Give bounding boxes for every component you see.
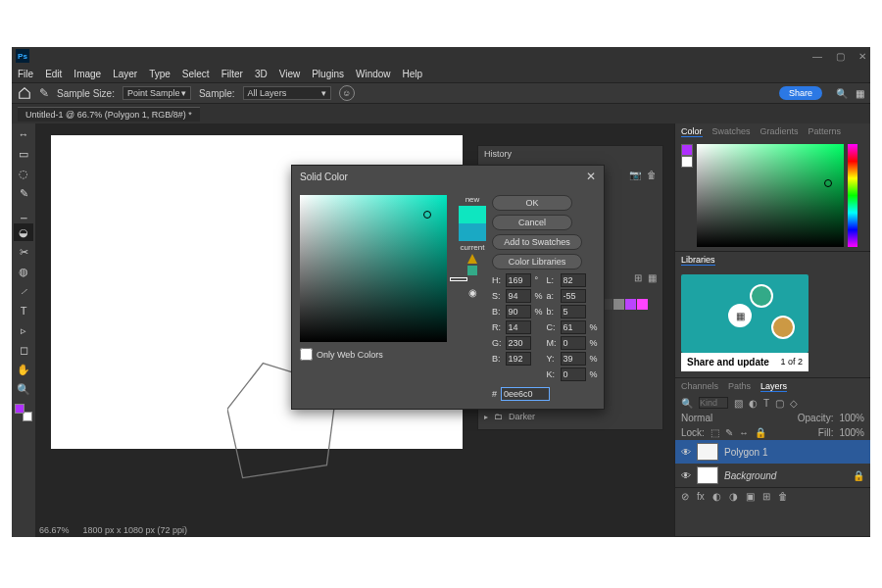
hue-slider[interactable] [848,144,858,247]
a-input[interactable] [561,289,586,303]
r-input[interactable] [506,320,531,334]
fx-icon[interactable]: fx [697,491,705,502]
adjust-icon[interactable]: ◑ [729,491,738,502]
tool-type[interactable]: T [14,302,33,319]
hex-input[interactable] [501,387,550,401]
close-button[interactable]: ✕ [858,51,866,62]
lock-icon[interactable]: 🔒 [755,427,766,438]
lock-all-icon[interactable]: ⬚ [710,427,719,438]
tool-zoom[interactable]: 🔍 [14,380,33,398]
filter-shape-icon[interactable]: ▢ [775,398,784,409]
color-picker-icon[interactable]: ▦ [648,272,657,283]
filter-type-icon[interactable]: T [763,398,769,409]
swatch[interactable] [613,299,624,310]
tool-hand[interactable]: ✋ [14,361,33,378]
new-swatch-icon[interactable]: ⊞ [634,272,642,283]
layer-filter-search[interactable]: 🔍 [681,398,693,409]
ok-button[interactable]: OK [492,195,572,211]
add-swatch-button[interactable]: Add to Swatches [492,234,582,250]
swatch-folder[interactable]: ▸🗀Darker [484,410,657,423]
tool-gradient[interactable]: ⟋ [14,282,33,300]
menu-plugins[interactable]: Plugins [312,69,344,79]
fill-value[interactable]: 100% [839,427,864,438]
maximize-button[interactable]: ▢ [836,51,845,62]
bv-input[interactable] [506,305,531,318]
tool-wand[interactable]: ✎ [14,184,33,202]
tool-shape[interactable]: ◻ [14,341,33,359]
home-icon[interactable] [18,86,31,100]
library-preview[interactable]: ▦ [681,274,808,353]
only-web-colors-checkbox[interactable] [300,348,313,361]
tab-paths[interactable]: Paths [728,381,751,392]
layer-filter-kind[interactable] [699,397,728,409]
history-tab[interactable]: History [478,146,662,162]
filter-smart-icon[interactable]: ◇ [790,398,798,409]
new-current-swatch[interactable] [459,206,486,241]
tab-gradients[interactable]: Gradients [760,126,799,137]
tab-color[interactable]: Color [681,126,703,137]
create-snapshot-icon[interactable]: 📷 [629,170,641,180]
new-layer-icon[interactable]: ⊞ [762,491,770,502]
gamut-warning-icon[interactable] [467,254,477,264]
layer-row[interactable]: 👁 Polygon 1 [675,440,870,464]
sample-dropdown[interactable]: All Layers▾ [243,86,331,100]
menu-file[interactable]: File [18,69,33,79]
share-button[interactable]: Share [779,86,822,100]
tab-patterns[interactable]: Patterns [808,126,842,137]
cancel-button[interactable]: Cancel [492,215,572,230]
sample-size-dropdown[interactable]: Point Sample▾ [122,86,191,100]
menu-image[interactable]: Image [74,69,101,79]
s-input[interactable] [506,289,531,303]
color-libraries-button[interactable]: Color Libraries [492,254,582,270]
h-input[interactable] [506,273,531,287]
tool-eyedropper[interactable]: ◒ [14,223,33,241]
lock-position-icon[interactable]: ↔ [739,427,749,438]
visibility-icon[interactable]: 👁 [681,447,691,458]
eyedropper-icon[interactable]: ✎ [39,86,49,100]
menu-view[interactable]: View [279,69,301,79]
g-input[interactable] [506,336,531,350]
menu-layer[interactable]: Layer [113,69,137,79]
swatch[interactable] [625,299,636,310]
fg-bg-colors[interactable] [15,404,32,421]
link-icon[interactable]: ⊘ [681,491,689,502]
workspace-icon[interactable]: ▦ [856,88,864,99]
blue-input[interactable] [506,352,531,366]
radio-hsb[interactable]: ◉ [468,287,477,298]
color-fg-bg[interactable] [681,144,693,247]
filter-pixel-icon[interactable]: ▧ [734,398,743,409]
k-input[interactable] [561,368,586,381]
color-field[interactable] [697,144,844,247]
group-icon[interactable]: ▣ [746,491,755,502]
menu-help[interactable]: Help [403,69,423,79]
filter-adjust-icon[interactable]: ◐ [749,398,758,409]
trash-icon[interactable]: 🗑 [778,491,788,502]
tab-channels[interactable]: Channels [681,381,718,392]
websafe-icon[interactable] [467,266,477,275]
tool-move[interactable]: ↔ [14,125,33,143]
tab-swatches[interactable]: Swatches [712,126,751,137]
visibility-icon[interactable]: 👁 [681,470,691,481]
layer-row[interactable]: 👁 Background 🔒 [675,464,870,487]
tool-heal[interactable]: ✂ [14,243,33,261]
blend-mode[interactable]: Normal [681,413,712,423]
tab-layers[interactable]: Layers [760,381,787,392]
l-input[interactable] [561,273,586,287]
tool-brush[interactable]: ◍ [14,263,33,280]
mask-icon[interactable]: ◐ [712,491,721,502]
layer-name[interactable]: Background [724,470,776,481]
tool-crop[interactable]: ⎯ [14,204,33,221]
tool-pen[interactable]: ▹ [14,321,33,339]
tool-marquee[interactable]: ▭ [14,145,33,163]
opacity-value[interactable]: 100% [839,413,864,423]
menu-filter[interactable]: Filter [221,69,243,79]
search-icon[interactable]: 🔍 [836,88,848,99]
close-icon[interactable]: ✕ [586,170,596,183]
menu-type[interactable]: Type [149,69,171,79]
trash-icon[interactable]: 🗑 [647,170,657,180]
menu-window[interactable]: Window [356,69,391,79]
menu-edit[interactable]: Edit [45,69,62,79]
color-field[interactable] [300,195,447,342]
m-input[interactable] [561,336,586,350]
document-tab[interactable]: Untitled-1 @ 66.7% (Polygon 1, RGB/8#) * [18,107,200,122]
